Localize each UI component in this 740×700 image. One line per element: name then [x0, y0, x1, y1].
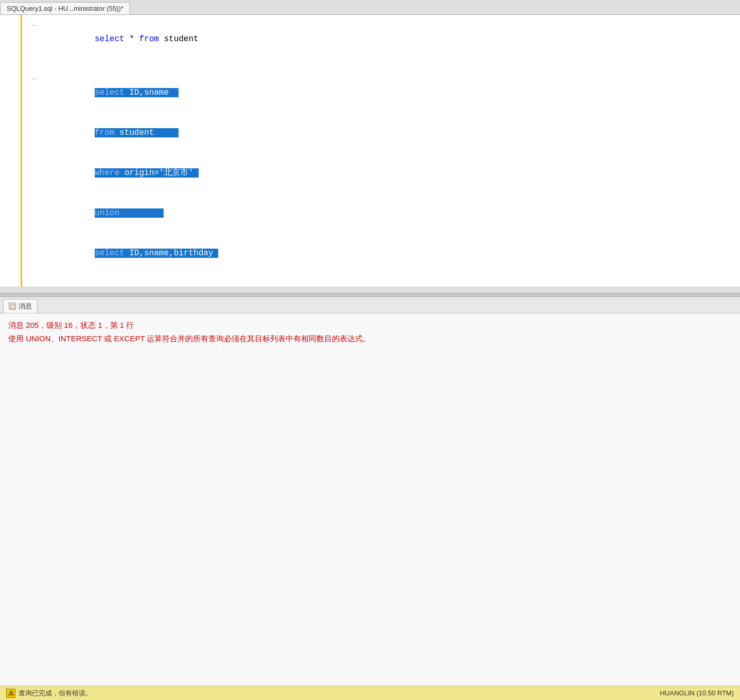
star-1: * — [125, 34, 139, 44]
selected-rest-4: origin='北京市' — [119, 168, 199, 178]
messages-tab-icon: 📋 — [9, 303, 16, 310]
code-line-7-text: from student — [43, 273, 181, 287]
error-line-1: 消息 205，级别 16，状态 1，第 1 行 — [8, 319, 732, 332]
code-line-5-text: union — [43, 193, 166, 233]
selected-keyword-select-6: select — [95, 249, 125, 258]
keyword-from-1: from — [139, 34, 158, 44]
selected-rest-2: ID,sname — [125, 88, 179, 97]
tab-bar: SQLQuery1.sql - HU...ministrator (55))* — [0, 0, 740, 15]
fold-icon-1[interactable]: − — [32, 19, 36, 32]
code-line-5: union — [32, 193, 740, 233]
code-line-6: select ID,sname,birthday — [32, 233, 740, 273]
status-bar: ⚠ 查询已完成，但有错误。 HUANGLIN (10.50 RTM) — [0, 686, 740, 700]
table-student-1: student — [159, 34, 199, 44]
fold-gutter-2[interactable]: − — [32, 73, 43, 86]
code-line-3-text: from student — [43, 113, 181, 153]
editor-pane: − select * from student − select ID,snam… — [0, 15, 740, 293]
code-line-4: where origin='北京市' — [32, 153, 740, 193]
selected-keyword-union-5: union — [95, 208, 119, 218]
selected-rest-3: student — [114, 128, 179, 137]
messages-tab[interactable]: 📋 消息 — [3, 299, 38, 313]
results-pane: 📋 消息 消息 205，级别 16，状态 1，第 1 行 使用 UNION、IN… — [0, 297, 740, 686]
code-line-1: − select * from student — [32, 19, 740, 59]
code-area: − select * from student − select ID,snam… — [22, 19, 740, 287]
code-line-2-text: select ID,sname — [43, 73, 181, 113]
selected-keyword-where-4: where — [95, 168, 119, 178]
code-line-4-text: where origin='北京市' — [43, 153, 201, 193]
messages-tab-label: 消息 — [19, 302, 32, 311]
status-left-text: 查询已完成，但有错误。 — [19, 689, 92, 698]
pane-splitter[interactable] — [0, 293, 740, 297]
code-line-7: from student — [32, 273, 740, 287]
code-line-6-text: select ID,sname,birthday — [43, 233, 220, 273]
warning-icon: ⚠ — [6, 689, 15, 698]
editor-scrollbar[interactable] — [0, 287, 740, 293]
fold-gutter-1[interactable]: − — [32, 19, 43, 32]
keyword-select-1: select — [95, 34, 125, 44]
selected-keyword-from-3: from — [95, 128, 114, 137]
selected-keyword-select-2: select — [95, 88, 125, 97]
error-line-2: 使用 UNION、INTERSECT 或 EXCEPT 运算符合并的所有查询必须… — [8, 332, 732, 345]
code-line-1-text: select * from student — [43, 19, 201, 59]
messages-content: 消息 205，级别 16，状态 1，第 1 行 使用 UNION、INTERSE… — [0, 313, 740, 686]
code-line-blank — [32, 59, 740, 73]
status-left: ⚠ 查询已完成，但有错误。 — [6, 689, 92, 698]
yellow-indicator-bar — [21, 15, 22, 287]
code-line-2: − select ID,sname — [32, 73, 740, 113]
code-line-3: from student — [32, 113, 740, 153]
status-right-text: HUANGLIN (10.50 RTM) — [660, 689, 734, 697]
fold-icon-2[interactable]: − — [32, 73, 36, 86]
error-message-block: 消息 205，级别 16，状态 1，第 1 行 使用 UNION、INTERSE… — [8, 319, 732, 345]
sql-query-tab[interactable]: SQLQuery1.sql - HU...ministrator (55))* — [0, 2, 130, 14]
results-tab-bar: 📋 消息 — [0, 297, 740, 313]
selected-rest-5 — [119, 208, 164, 218]
tab-label: SQLQuery1.sql - HU...ministrator (55))* — [7, 5, 124, 12]
editor-content[interactable]: − select * from student − select ID,snam… — [0, 15, 740, 287]
selected-rest-6: ID,sname,birthday — [125, 249, 218, 258]
